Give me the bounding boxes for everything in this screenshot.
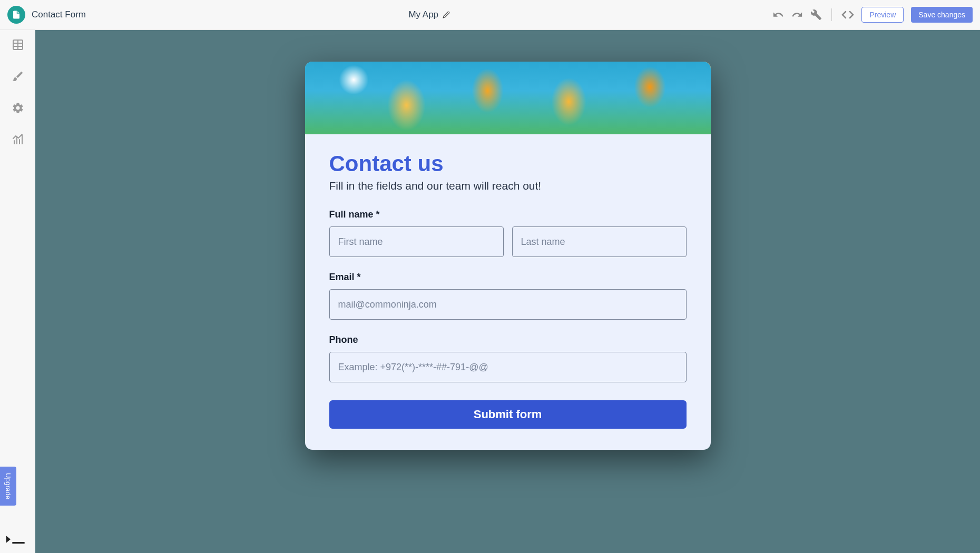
preview-button[interactable]: Preview [861, 7, 904, 23]
edit-name-icon[interactable] [443, 11, 450, 18]
phone-label: Phone [329, 334, 687, 345]
terminal-icon[interactable] [5, 534, 26, 547]
page-title: Contact Form [32, 9, 86, 20]
analytics-icon[interactable] [12, 133, 24, 148]
top-header: Contact Form My App Preview Save changes [0, 0, 980, 30]
app-name[interactable]: My App [408, 9, 438, 20]
redo-icon[interactable] [791, 9, 803, 21]
header-center: My App [86, 9, 772, 20]
form-title: Contact us [329, 151, 687, 176]
submit-button[interactable]: Submit form [329, 400, 687, 429]
canvas-area: Contact us Fill in the fields and our te… [35, 30, 980, 553]
grid-icon[interactable] [12, 38, 24, 53]
code-icon[interactable] [841, 8, 854, 21]
header-right: Preview Save changes [772, 7, 973, 23]
contact-form-card: Contact us Fill in the fields and our te… [305, 62, 711, 450]
form-subtitle: Fill in the fields and our team will rea… [329, 180, 687, 192]
full-name-label: Full name * [329, 209, 687, 220]
email-input[interactable] [329, 289, 687, 320]
form-body: Contact us Fill in the fields and our te… [305, 134, 711, 450]
form-hero-image [305, 62, 711, 134]
email-label: Email * [329, 272, 687, 283]
phone-input[interactable] [329, 352, 687, 382]
gear-icon[interactable] [12, 102, 24, 116]
undo-icon[interactable] [772, 9, 784, 21]
field-phone: Phone [329, 334, 687, 382]
main-layout: Upgrade Contact us Fill in the fields an… [0, 30, 980, 553]
first-name-input[interactable] [329, 226, 504, 257]
app-logo[interactable] [7, 6, 25, 24]
field-email: Email * [329, 272, 687, 320]
upgrade-button[interactable]: Upgrade [0, 467, 16, 506]
save-button[interactable]: Save changes [911, 7, 973, 23]
logo-icon [12, 10, 21, 19]
last-name-input[interactable] [512, 226, 687, 257]
build-icon[interactable] [810, 9, 822, 21]
header-divider [831, 8, 832, 21]
left-sidebar: Upgrade [0, 30, 35, 553]
brush-icon[interactable] [12, 70, 24, 85]
field-full-name: Full name * [329, 209, 687, 257]
